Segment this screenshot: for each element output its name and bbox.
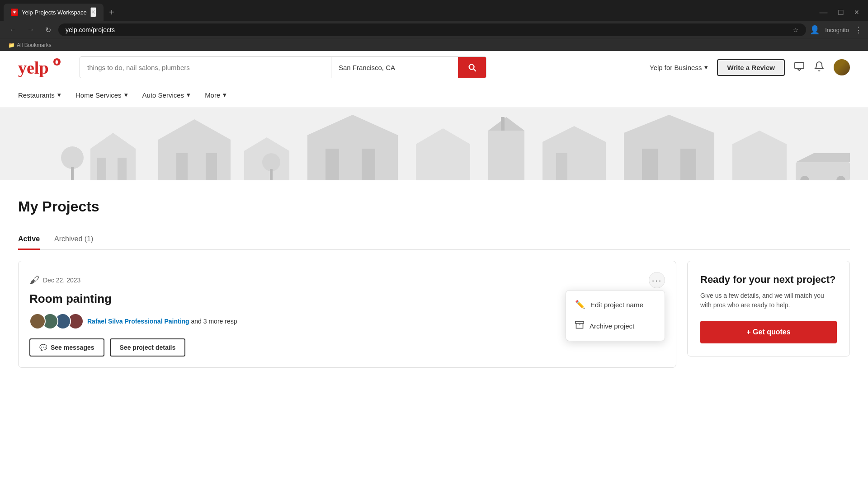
svg-rect-7: [118, 158, 127, 180]
message-bubble-icon: 💬: [39, 344, 47, 351]
user-avatar[interactable]: [834, 59, 850, 75]
back-button[interactable]: ←: [5, 24, 20, 36]
project-company: Rafael Silva Professional Painting and 3…: [87, 318, 237, 325]
ellipsis-icon: ···: [652, 275, 662, 286]
messages-label: See messages: [51, 344, 94, 351]
search-icon: [467, 62, 477, 72]
write-review-button[interactable]: Write a Review: [717, 59, 785, 76]
auto-services-label: Auto Services: [142, 91, 184, 99]
refresh-button[interactable]: ↻: [42, 24, 55, 36]
url-input[interactable]: [66, 26, 789, 33]
avatar-group: [29, 313, 80, 329]
tab-archived[interactable]: Archived (1): [54, 230, 93, 250]
project-menu-button[interactable]: ···: [649, 272, 665, 288]
svg-rect-6: [97, 158, 106, 180]
forward-button[interactable]: →: [24, 24, 38, 36]
tabs: Active Archived (1): [18, 230, 850, 250]
company-suffix: and 3 more resp: [189, 318, 237, 325]
project-date-row: 🖌 Dec 22, 2023: [29, 274, 80, 286]
folder-icon: 📁: [8, 42, 15, 48]
project-actions: 💬 See messages See project details: [29, 338, 665, 357]
svg-rect-18: [501, 117, 505, 131]
yelp-logo[interactable]: yelp: [18, 57, 63, 77]
svg-rect-14: [362, 149, 375, 180]
project-dropdown-menu: ✏️ Edit project name Archive project: [566, 290, 665, 341]
archive-project-item[interactable]: Archive project: [566, 315, 665, 337]
team-avatar-1: [29, 313, 46, 329]
new-tab-button[interactable]: +: [105, 5, 118, 19]
bookmarks-bar: 📁 All Bookmarks: [0, 39, 868, 51]
incognito-label: Incognito: [825, 27, 849, 33]
sidebar-card: Ready for your next project? Give us a f…: [687, 261, 850, 357]
sidebar-title: Ready for your next project?: [700, 274, 837, 286]
tab-close-button[interactable]: ×: [90, 7, 96, 17]
window-controls: — □ ×: [814, 6, 868, 19]
svg-rect-9: [176, 153, 188, 180]
home-services-label: Home Services: [75, 91, 122, 99]
nav-home-services[interactable]: Home Services ▾: [75, 84, 128, 108]
bookmark-icon[interactable]: ☆: [793, 26, 799, 33]
bookmarks-label: All Bookmarks: [17, 42, 52, 48]
project-card: 🖌 Dec 22, 2023 ··· Room painting: [18, 261, 676, 368]
project-date: Dec 22, 2023: [43, 277, 80, 284]
auto-services-chevron: ▾: [187, 91, 190, 99]
header-top: yelp Yelp for Business ▾ Write a Review: [18, 51, 850, 84]
search-what-input[interactable]: [80, 57, 331, 78]
svg-rect-3: [795, 62, 804, 69]
search-where-input[interactable]: [331, 57, 458, 78]
archive-project-label: Archive project: [590, 322, 634, 330]
content-layout: 🖌 Dec 22, 2023 ··· Room painting: [18, 261, 850, 368]
sidebar-panel: Ready for your next project? Give us a f…: [687, 261, 850, 368]
project-meta: 🖌 Dec 22, 2023 ···: [29, 272, 665, 288]
bookmarks-folder[interactable]: 📁 All Bookmarks: [5, 41, 54, 49]
address-bar[interactable]: ☆: [58, 23, 806, 36]
hero-illustration: [0, 108, 868, 180]
see-project-details-button[interactable]: See project details: [110, 338, 186, 357]
close-button[interactable]: ×: [849, 6, 864, 19]
active-tab[interactable]: Yelp Projects Workspace ×: [4, 4, 104, 21]
sidebar-description: Give us a few details, and we will match…: [700, 291, 837, 310]
chevron-down-icon: ▾: [704, 63, 708, 71]
restaurants-label: Restaurants: [18, 91, 55, 99]
edit-project-label: Edit project name: [590, 301, 643, 309]
nav-more[interactable]: More ▾: [205, 84, 226, 108]
svg-text:yelp: yelp: [18, 58, 49, 77]
company-link[interactable]: Rafael Silva Professional Painting: [87, 318, 189, 325]
maximize-button[interactable]: □: [833, 6, 849, 19]
see-messages-button[interactable]: 💬 See messages: [29, 338, 104, 357]
extensions-icon[interactable]: ⋮: [854, 25, 863, 35]
svg-point-31: [262, 153, 280, 171]
yelp-for-business-button[interactable]: Yelp for Business ▾: [650, 63, 708, 71]
tab-active[interactable]: Active: [18, 230, 40, 250]
restaurants-chevron: ▾: [57, 91, 61, 99]
search-button[interactable]: [458, 57, 486, 78]
home-services-chevron: ▾: [124, 91, 128, 99]
pencil-icon: ✏️: [575, 300, 585, 310]
nav-restaurants[interactable]: Restaurants ▾: [18, 84, 61, 108]
svg-rect-16: [488, 131, 524, 180]
paint-brush-icon: 🖌: [29, 274, 39, 286]
edit-project-name-item[interactable]: ✏️ Edit project name: [566, 294, 665, 315]
svg-rect-23: [680, 149, 696, 180]
svg-rect-32: [270, 169, 273, 180]
svg-rect-22: [642, 149, 658, 180]
main-content: My Projects Active Archived (1) 🖌 Dec 22…: [0, 180, 868, 386]
archive-icon: [575, 320, 584, 332]
svg-rect-13: [326, 149, 339, 180]
search-bar: [80, 56, 486, 78]
yelp-header: yelp Yelp for Business ▾ Write a Review: [0, 51, 868, 108]
get-quotes-button[interactable]: + Get quotes: [700, 321, 837, 343]
minimize-button[interactable]: —: [814, 6, 833, 19]
projects-list: 🖌 Dec 22, 2023 ··· Room painting: [18, 261, 676, 368]
hero-banner: [0, 108, 868, 180]
svg-point-29: [61, 146, 84, 169]
page-title: My Projects: [18, 198, 850, 215]
tab-title: Yelp Projects Workspace: [22, 9, 87, 16]
notifications-icon[interactable]: [814, 61, 825, 74]
more-chevron: ▾: [223, 91, 226, 99]
main-nav: Restaurants ▾ Home Services ▾ Auto Servi…: [18, 84, 850, 108]
messages-icon[interactable]: [794, 61, 805, 74]
profile-icon[interactable]: 👤: [810, 25, 820, 35]
svg-rect-10: [206, 153, 217, 180]
nav-auto-services[interactable]: Auto Services ▾: [142, 84, 191, 108]
